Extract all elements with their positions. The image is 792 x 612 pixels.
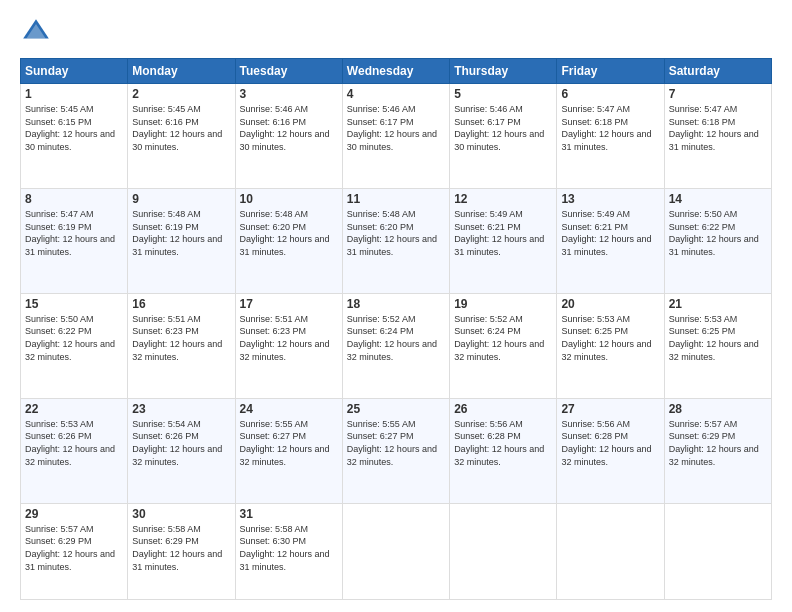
day-info: Sunrise: 5:53 AMSunset: 6:25 PMDaylight:…: [561, 313, 659, 363]
day-info: Sunrise: 5:52 AMSunset: 6:24 PMDaylight:…: [454, 313, 552, 363]
calendar-cell: [557, 503, 664, 599]
day-info: Sunrise: 5:54 AMSunset: 6:26 PMDaylight:…: [132, 418, 230, 468]
day-info: Sunrise: 5:45 AMSunset: 6:16 PMDaylight:…: [132, 103, 230, 153]
day-number: 23: [132, 402, 230, 416]
day-number: 11: [347, 192, 445, 206]
day-info: Sunrise: 5:47 AMSunset: 6:19 PMDaylight:…: [25, 208, 123, 258]
day-info: Sunrise: 5:49 AMSunset: 6:21 PMDaylight:…: [561, 208, 659, 258]
header-row: SundayMondayTuesdayWednesdayThursdayFrid…: [21, 59, 772, 84]
day-info: Sunrise: 5:48 AMSunset: 6:20 PMDaylight:…: [240, 208, 338, 258]
day-info: Sunrise: 5:55 AMSunset: 6:27 PMDaylight:…: [347, 418, 445, 468]
day-number: 15: [25, 297, 123, 311]
calendar-cell: 15Sunrise: 5:50 AMSunset: 6:22 PMDayligh…: [21, 293, 128, 398]
calendar-cell: 17Sunrise: 5:51 AMSunset: 6:23 PMDayligh…: [235, 293, 342, 398]
day-number: 22: [25, 402, 123, 416]
day-info: Sunrise: 5:55 AMSunset: 6:27 PMDaylight:…: [240, 418, 338, 468]
day-number: 9: [132, 192, 230, 206]
day-info: Sunrise: 5:57 AMSunset: 6:29 PMDaylight:…: [25, 523, 123, 573]
day-number: 24: [240, 402, 338, 416]
calendar-cell: 6Sunrise: 5:47 AMSunset: 6:18 PMDaylight…: [557, 84, 664, 189]
day-number: 1: [25, 87, 123, 101]
calendar-cell: 31Sunrise: 5:58 AMSunset: 6:30 PMDayligh…: [235, 503, 342, 599]
day-number: 19: [454, 297, 552, 311]
calendar-cell: 16Sunrise: 5:51 AMSunset: 6:23 PMDayligh…: [128, 293, 235, 398]
calendar-cell: [342, 503, 449, 599]
calendar-cell: 24Sunrise: 5:55 AMSunset: 6:27 PMDayligh…: [235, 398, 342, 503]
day-info: Sunrise: 5:53 AMSunset: 6:25 PMDaylight:…: [669, 313, 767, 363]
day-info: Sunrise: 5:48 AMSunset: 6:20 PMDaylight:…: [347, 208, 445, 258]
calendar-cell: 28Sunrise: 5:57 AMSunset: 6:29 PMDayligh…: [664, 398, 771, 503]
day-info: Sunrise: 5:46 AMSunset: 6:17 PMDaylight:…: [347, 103, 445, 153]
day-number: 3: [240, 87, 338, 101]
calendar-table: SundayMondayTuesdayWednesdayThursdayFrid…: [20, 58, 772, 600]
day-number: 6: [561, 87, 659, 101]
calendar-cell: 29Sunrise: 5:57 AMSunset: 6:29 PMDayligh…: [21, 503, 128, 599]
day-info: Sunrise: 5:56 AMSunset: 6:28 PMDaylight:…: [454, 418, 552, 468]
calendar-cell: [664, 503, 771, 599]
day-number: 26: [454, 402, 552, 416]
day-number: 2: [132, 87, 230, 101]
week-row-3: 15Sunrise: 5:50 AMSunset: 6:22 PMDayligh…: [21, 293, 772, 398]
calendar-cell: 5Sunrise: 5:46 AMSunset: 6:17 PMDaylight…: [450, 84, 557, 189]
calendar-cell: 19Sunrise: 5:52 AMSunset: 6:24 PMDayligh…: [450, 293, 557, 398]
logo-icon: [20, 16, 52, 48]
day-number: 12: [454, 192, 552, 206]
calendar-cell: 3Sunrise: 5:46 AMSunset: 6:16 PMDaylight…: [235, 84, 342, 189]
calendar-cell: 25Sunrise: 5:55 AMSunset: 6:27 PMDayligh…: [342, 398, 449, 503]
calendar-cell: [450, 503, 557, 599]
day-header-saturday: Saturday: [664, 59, 771, 84]
day-number: 30: [132, 507, 230, 521]
calendar-cell: 11Sunrise: 5:48 AMSunset: 6:20 PMDayligh…: [342, 188, 449, 293]
calendar-cell: 27Sunrise: 5:56 AMSunset: 6:28 PMDayligh…: [557, 398, 664, 503]
day-header-sunday: Sunday: [21, 59, 128, 84]
logo: [20, 16, 56, 48]
calendar-cell: 2Sunrise: 5:45 AMSunset: 6:16 PMDaylight…: [128, 84, 235, 189]
calendar-cell: 7Sunrise: 5:47 AMSunset: 6:18 PMDaylight…: [664, 84, 771, 189]
day-info: Sunrise: 5:52 AMSunset: 6:24 PMDaylight:…: [347, 313, 445, 363]
calendar-cell: 23Sunrise: 5:54 AMSunset: 6:26 PMDayligh…: [128, 398, 235, 503]
day-info: Sunrise: 5:49 AMSunset: 6:21 PMDaylight:…: [454, 208, 552, 258]
calendar-cell: 13Sunrise: 5:49 AMSunset: 6:21 PMDayligh…: [557, 188, 664, 293]
day-number: 29: [25, 507, 123, 521]
week-row-2: 8Sunrise: 5:47 AMSunset: 6:19 PMDaylight…: [21, 188, 772, 293]
page: SundayMondayTuesdayWednesdayThursdayFrid…: [0, 0, 792, 612]
day-number: 10: [240, 192, 338, 206]
day-number: 5: [454, 87, 552, 101]
day-info: Sunrise: 5:48 AMSunset: 6:19 PMDaylight:…: [132, 208, 230, 258]
day-number: 18: [347, 297, 445, 311]
day-number: 4: [347, 87, 445, 101]
calendar-cell: 30Sunrise: 5:58 AMSunset: 6:29 PMDayligh…: [128, 503, 235, 599]
day-number: 31: [240, 507, 338, 521]
week-row-4: 22Sunrise: 5:53 AMSunset: 6:26 PMDayligh…: [21, 398, 772, 503]
calendar-cell: 18Sunrise: 5:52 AMSunset: 6:24 PMDayligh…: [342, 293, 449, 398]
day-info: Sunrise: 5:58 AMSunset: 6:30 PMDaylight:…: [240, 523, 338, 573]
day-info: Sunrise: 5:53 AMSunset: 6:26 PMDaylight:…: [25, 418, 123, 468]
day-info: Sunrise: 5:50 AMSunset: 6:22 PMDaylight:…: [669, 208, 767, 258]
day-header-wednesday: Wednesday: [342, 59, 449, 84]
day-header-friday: Friday: [557, 59, 664, 84]
calendar-cell: 9Sunrise: 5:48 AMSunset: 6:19 PMDaylight…: [128, 188, 235, 293]
calendar-cell: 21Sunrise: 5:53 AMSunset: 6:25 PMDayligh…: [664, 293, 771, 398]
day-number: 20: [561, 297, 659, 311]
week-row-1: 1Sunrise: 5:45 AMSunset: 6:15 PMDaylight…: [21, 84, 772, 189]
day-number: 16: [132, 297, 230, 311]
day-info: Sunrise: 5:56 AMSunset: 6:28 PMDaylight:…: [561, 418, 659, 468]
day-number: 17: [240, 297, 338, 311]
day-info: Sunrise: 5:47 AMSunset: 6:18 PMDaylight:…: [669, 103, 767, 153]
calendar-cell: 1Sunrise: 5:45 AMSunset: 6:15 PMDaylight…: [21, 84, 128, 189]
calendar-cell: 26Sunrise: 5:56 AMSunset: 6:28 PMDayligh…: [450, 398, 557, 503]
day-info: Sunrise: 5:57 AMSunset: 6:29 PMDaylight:…: [669, 418, 767, 468]
day-header-tuesday: Tuesday: [235, 59, 342, 84]
day-number: 28: [669, 402, 767, 416]
calendar-cell: 8Sunrise: 5:47 AMSunset: 6:19 PMDaylight…: [21, 188, 128, 293]
day-info: Sunrise: 5:45 AMSunset: 6:15 PMDaylight:…: [25, 103, 123, 153]
day-info: Sunrise: 5:46 AMSunset: 6:17 PMDaylight:…: [454, 103, 552, 153]
day-info: Sunrise: 5:58 AMSunset: 6:29 PMDaylight:…: [132, 523, 230, 573]
day-number: 7: [669, 87, 767, 101]
day-info: Sunrise: 5:51 AMSunset: 6:23 PMDaylight:…: [132, 313, 230, 363]
calendar-cell: 4Sunrise: 5:46 AMSunset: 6:17 PMDaylight…: [342, 84, 449, 189]
day-info: Sunrise: 5:47 AMSunset: 6:18 PMDaylight:…: [561, 103, 659, 153]
calendar-cell: 22Sunrise: 5:53 AMSunset: 6:26 PMDayligh…: [21, 398, 128, 503]
day-number: 27: [561, 402, 659, 416]
header: [20, 16, 772, 48]
